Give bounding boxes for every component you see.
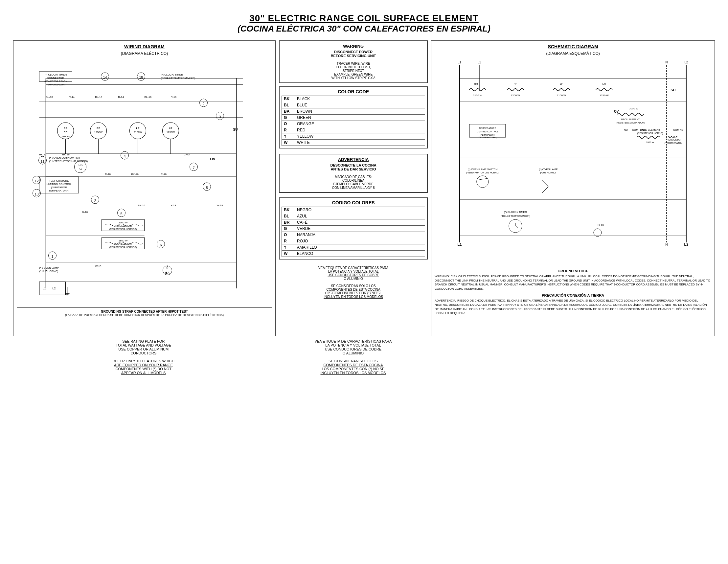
svg-text:(* RELOJ/ TEMPORIZADOR): (* RELOJ/ TEMPORIZADOR): [161, 77, 196, 79]
svg-text:L1: L1: [478, 60, 482, 64]
svg-text:(* ) OVEN LAMP: (* ) OVEN LAMP: [39, 266, 59, 269]
svg-text:2100W: 2100W: [61, 135, 70, 138]
color-name-cell: BLUE: [295, 102, 425, 108]
svg-text:3: 3: [219, 115, 221, 119]
svg-point-170: [594, 229, 602, 237]
svg-text:(*INTERRUPTOR LUZ HORNO): (*INTERRUPTOR LUZ HORNO): [466, 171, 499, 174]
advertencia-line2: ANTES DE DAR SERVICIO: [282, 167, 424, 171]
svg-text:(TERMOSTATO): (TERMOSTATO): [665, 142, 682, 145]
svg-text:W-15: W-15: [95, 265, 102, 268]
svg-text:1800 W: 1800 W: [646, 141, 654, 144]
potencia-voltaje: LA POTENCIA Y VOLTAJE TOTAL: [279, 270, 428, 273]
color-name-cell: BLACK: [295, 96, 425, 102]
svg-text:R-18: R-18: [161, 173, 167, 176]
svg-text:5: 5: [120, 212, 122, 216]
warning-color: COLOR NOTED FIRST,: [282, 65, 424, 69]
components-with: COMPONENTS WITH (*) DO NOT: [13, 367, 274, 371]
svg-text:11: 11: [40, 159, 44, 163]
svg-text:(RESISTENCIA HORNO): (RESISTENCIA HORNO): [637, 132, 663, 135]
codigo-code-cell: BL: [282, 213, 295, 219]
svg-text:L1: L1: [458, 242, 462, 246]
codigo-name-cell: BLANCO: [295, 251, 425, 257]
codigo-table-row: GVERDE: [282, 226, 425, 232]
se-consideran: SE CONSIDERAN SOLO LOS: [279, 284, 428, 288]
los-componentes: LOS COMPONENTES CON (*) NO SE: [279, 291, 428, 295]
color-code-title: COLOR CODE: [282, 89, 425, 94]
warning-example2: WITH YELLOW STRIPE GY-8: [282, 76, 424, 80]
color-code-cell: Y: [282, 133, 295, 140]
color-name-cell: WHITE: [295, 140, 425, 146]
svg-point-45: [75, 161, 86, 173]
ground-notice-body: WARNING: RISK OF ELECTRIC SHOCK. FRAME G…: [435, 274, 711, 291]
codigo-table-row: ONARANJA: [282, 232, 425, 238]
svg-text:NO: NO: [624, 128, 628, 131]
svg-text:LIMITING CONTROL: LIMITING CONTROL: [46, 183, 72, 186]
svg-text:N: N: [666, 60, 668, 64]
svg-text:OV: OV: [210, 157, 216, 161]
advertencia-ejemplo2: CON LÍNEA AMARILLA GY-8: [282, 186, 424, 190]
use-conductores: USE CONDUCTORES DE COBRE: [279, 273, 428, 277]
color-code-cell: BK: [282, 96, 295, 102]
codigo-table-row: BRCAFÉ: [282, 219, 425, 226]
refer-only: REFER ONLY TO FEATURES WHICH: [13, 359, 274, 363]
codigo-code-cell: W: [282, 251, 295, 257]
ground-section: GROUNDING STRAP CONNECTED AFTER HI/POT T…: [17, 307, 272, 317]
svg-text:(*) CLOCK/ TIMER: (*) CLOCK/ TIMER: [161, 73, 183, 76]
codigo-table-row: YAMARILLO: [282, 244, 425, 251]
see-rating: SEE RATING PLATE FOR: [13, 339, 274, 343]
svg-text:R-18: R-18: [171, 96, 177, 99]
svg-text:13: 13: [34, 192, 38, 196]
warning-example: EXAMPLE: GREEN WIRE: [282, 73, 424, 76]
conductors: CONDUCTORS: [13, 351, 274, 355]
svg-text:(RESISTENCIA DONADOR): (RESISTENCIA DONADOR): [616, 122, 645, 124]
ground-notice: GROUND NOTICE WARNING: RISK OF ELECTRIC …: [435, 267, 711, 315]
svg-text:04: 04: [79, 168, 82, 171]
warning-title: WARNING: [282, 44, 424, 49]
svg-text:BK-16: BK-16: [138, 204, 146, 207]
svg-text:N: N: [666, 243, 668, 246]
codigo-table-row: BLAZUL: [282, 213, 425, 219]
svg-text:2: 2: [202, 102, 204, 106]
svg-text:1250W: 1250W: [167, 131, 175, 134]
svg-text:SU: SU: [671, 88, 675, 92]
color-name-cell: RED: [295, 127, 425, 133]
svg-text:R-14: R-14: [118, 96, 124, 99]
warning-tracer: TRACER WIRE, WIRE: [282, 62, 424, 65]
advertencia-marcado: MARCADO DE CABLES:: [282, 175, 424, 179]
svg-text:LF: LF: [560, 82, 563, 85]
svg-text:L1: L1: [458, 60, 462, 64]
precaucion-body: ADVERTENCIA: RIESGO DE CHOQUE ELÉCTRICO.…: [435, 299, 711, 315]
svg-text:G-16: G-16: [82, 211, 88, 214]
svg-text:R-18: R-18: [105, 173, 111, 176]
codigo-colores-box: CÓDIGO COLORES BKNEGROBLAZULBRCAFÉGVERDE…: [279, 197, 428, 259]
ground-strap-label: GROUNDING STRAP CONNECTED AFTER HI/POT T…: [17, 310, 272, 313]
svg-text:SU: SU: [233, 128, 238, 131]
advertencia-ejemplo: EJEMPLO: CABLE VERDE: [282, 182, 424, 186]
color-name-cell: YELLOW: [295, 133, 425, 140]
svg-text:105: 105: [78, 164, 83, 167]
wiring-subtitle: (DIAGRAMA ELÉCTRICO): [17, 51, 272, 56]
advertencia-box: ADVERTENCIA DESCONECTE LA COCINA ANTES D…: [279, 154, 428, 193]
color-table-row: YYELLOW: [282, 133, 425, 140]
codigo-name-cell: AZUL: [295, 213, 425, 219]
svg-text:2100W: 2100W: [134, 131, 142, 134]
svg-text:NC: NC: [680, 128, 684, 131]
svg-text:12: 12: [34, 179, 38, 183]
color-code-cell: R: [282, 127, 295, 133]
codigo-colores-title: CÓDIGO COLORES: [282, 200, 425, 205]
svg-text:BL-18: BL-18: [95, 96, 102, 99]
color-name-cell: GREEN: [295, 115, 425, 121]
codigo-code-cell: BR: [282, 219, 295, 226]
codigo-name-cell: AMARILLO: [295, 244, 425, 251]
svg-text:(*) CLOCK / TIMER: (*) CLOCK / TIMER: [504, 211, 527, 214]
color-code-cell: W: [282, 140, 295, 146]
svg-text:LR: LR: [169, 127, 172, 130]
svg-text:(*LUZ HORNO): (*LUZ HORNO): [540, 171, 557, 174]
svg-text:BL-18: BL-18: [145, 96, 152, 99]
svg-text:TEMPERATURE: TEMPERATURE: [479, 127, 496, 129]
page-title: 30" ELECTRIC RANGE COIL SURFACE ELEMENT …: [238, 13, 490, 34]
color-code-cell: BA: [282, 108, 295, 115]
svg-text:2000 W: 2000 W: [629, 107, 638, 110]
svg-text:2100 W: 2100 W: [473, 94, 482, 97]
svg-text:OV: OV: [614, 110, 619, 113]
